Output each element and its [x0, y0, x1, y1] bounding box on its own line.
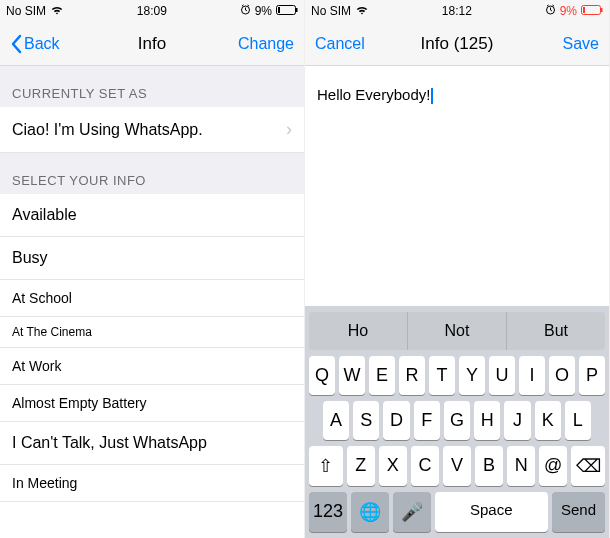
key[interactable]: L — [565, 401, 591, 440]
clock-label: 18:09 — [137, 4, 167, 18]
status-text-input[interactable]: Hello Everybody! — [305, 66, 609, 306]
key[interactable]: F — [414, 401, 440, 440]
key[interactable]: Y — [459, 356, 485, 395]
key-row: ⇧ Z X C V B N @ ⌫ — [309, 446, 605, 486]
key[interactable]: N — [507, 446, 535, 486]
svg-rect-7 — [583, 7, 585, 13]
option-label: Almost Empty Battery — [12, 395, 147, 411]
section-currently-set: CURRENTLY SET AS — [0, 66, 304, 107]
list-item[interactable]: I Can't Talk, Just WhatsApp — [0, 422, 304, 465]
info-list: CURRENTLY SET AS Ciao! I'm Using WhatsAp… — [0, 66, 304, 538]
globe-key[interactable]: 🌐 — [351, 492, 389, 532]
wifi-icon — [355, 4, 369, 18]
cancel-button[interactable]: Cancel — [315, 35, 365, 53]
key[interactable]: K — [535, 401, 561, 440]
option-label: In Meeting — [12, 475, 77, 491]
info-edit-screen: No SIM 18:12 9% Cancel Info (125) Save H… — [305, 0, 610, 538]
key[interactable]: X — [379, 446, 407, 486]
key[interactable]: T — [429, 356, 455, 395]
nav-title: Info (125) — [421, 34, 494, 54]
key[interactable]: B — [475, 446, 503, 486]
list-item[interactable]: At The Cinema — [0, 317, 304, 348]
status-bar: No SIM 18:12 9% — [305, 0, 609, 22]
clock-label: 18:12 — [442, 4, 472, 18]
text-cursor — [431, 88, 433, 104]
key[interactable]: D — [383, 401, 409, 440]
key[interactable]: P — [579, 356, 605, 395]
key[interactable]: J — [504, 401, 530, 440]
carrier-label: No SIM — [6, 4, 46, 18]
list-item[interactable]: Available — [0, 194, 304, 237]
battery-icon — [276, 4, 298, 18]
key[interactable]: A — [323, 401, 349, 440]
save-button[interactable]: Save — [563, 35, 599, 53]
send-key[interactable]: Send — [552, 492, 605, 532]
option-label: At The Cinema — [12, 325, 92, 339]
keyboard: Ho Not But Q W E R T Y U I O P A S D F G… — [305, 306, 609, 538]
change-button[interactable]: Change — [238, 35, 294, 53]
svg-rect-6 — [601, 8, 603, 12]
battery-percent: 9% — [255, 4, 272, 18]
option-label: Busy — [12, 249, 48, 267]
suggestion-bar: Ho Not But — [309, 312, 605, 350]
key[interactable]: H — [474, 401, 500, 440]
key[interactable]: C — [411, 446, 439, 486]
nav-bar: Back Info Change — [0, 22, 304, 66]
numeric-key[interactable]: 123 — [309, 492, 347, 532]
suggestion[interactable]: But — [507, 312, 605, 350]
key[interactable]: V — [443, 446, 471, 486]
back-button[interactable]: Back — [10, 34, 60, 54]
carrier-label: No SIM — [311, 4, 351, 18]
key-row: A S D F G H J K L — [309, 401, 605, 440]
key[interactable]: @ — [539, 446, 567, 486]
list-item[interactable]: At Work — [0, 348, 304, 385]
list-item[interactable]: In Meeting — [0, 465, 304, 502]
option-label: Available — [12, 206, 77, 224]
list-item[interactable]: At School — [0, 280, 304, 317]
suggestion[interactable]: Ho — [309, 312, 408, 350]
nav-bar: Cancel Info (125) Save — [305, 22, 609, 66]
key[interactable]: U — [489, 356, 515, 395]
wifi-icon — [50, 4, 64, 18]
battery-percent: 9% — [560, 4, 577, 18]
option-label: At Work — [12, 358, 62, 374]
status-bar: No SIM 18:09 9% — [0, 0, 304, 22]
key[interactable]: S — [353, 401, 379, 440]
key[interactable]: E — [369, 356, 395, 395]
chevron-right-icon: › — [286, 119, 292, 140]
shift-key[interactable]: ⇧ — [309, 446, 343, 486]
suggestion[interactable]: Not — [408, 312, 507, 350]
current-status-text: Ciao! I'm Using WhatsApp. — [12, 121, 203, 139]
alarm-icon — [240, 4, 251, 18]
status-text-value: Hello Everybody! — [317, 86, 430, 103]
key[interactable]: O — [549, 356, 575, 395]
globe-icon: 🌐 — [359, 502, 381, 522]
mic-key[interactable]: 🎤 — [393, 492, 431, 532]
info-list-screen: No SIM 18:09 9% Back Info — [0, 0, 305, 538]
back-label: Back — [24, 35, 60, 53]
backspace-key[interactable]: ⌫ — [571, 446, 605, 486]
option-label: At School — [12, 290, 72, 306]
list-item[interactable]: Busy — [0, 237, 304, 280]
space-key[interactable]: Space — [435, 492, 549, 532]
mic-icon: 🎤 — [401, 502, 423, 522]
svg-rect-3 — [278, 7, 280, 13]
key[interactable]: G — [444, 401, 470, 440]
list-item[interactable]: Almost Empty Battery — [0, 385, 304, 422]
svg-rect-2 — [296, 8, 298, 12]
key[interactable]: I — [519, 356, 545, 395]
key[interactable]: Q — [309, 356, 335, 395]
option-label: I Can't Talk, Just WhatsApp — [12, 434, 207, 452]
alarm-icon — [545, 4, 556, 18]
section-select-info: SELECT YOUR INFO — [0, 153, 304, 194]
key[interactable]: R — [399, 356, 425, 395]
chevron-left-icon — [10, 34, 22, 54]
key-row: 123 🌐 🎤 Space Send — [309, 492, 605, 532]
key[interactable]: W — [339, 356, 365, 395]
key[interactable]: Z — [347, 446, 375, 486]
key-row: Q W E R T Y U I O P — [309, 356, 605, 395]
nav-title: Info — [138, 34, 166, 54]
current-status-row[interactable]: Ciao! I'm Using WhatsApp. › — [0, 107, 304, 153]
battery-icon — [581, 4, 603, 18]
